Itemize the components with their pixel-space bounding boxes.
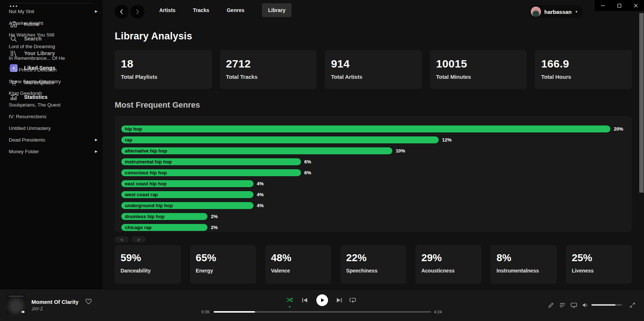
user-name: harbassan bbox=[544, 9, 572, 15]
audio-features-row: 59%Danceability65%Energy48%Valence22%Spe… bbox=[115, 245, 632, 284]
close-window-button[interactable] bbox=[628, 0, 644, 11]
player-bar: Moment Of Clarity JAY-Z 0:39 4:24 bbox=[0, 289, 644, 321]
feature-value: 22% bbox=[346, 252, 401, 264]
chevron-right-icon: ▶ bbox=[95, 150, 98, 153]
history-back-button[interactable] bbox=[115, 5, 129, 19]
sidebar-item-marketplace[interactable]: Marketplace bbox=[0, 75, 103, 90]
genre-row: west coast rap4% bbox=[121, 189, 626, 200]
stat-label: Total Tracks bbox=[226, 74, 311, 80]
stat-value: 2712 bbox=[226, 58, 311, 70]
genre-percent: 20% bbox=[614, 126, 623, 132]
maximize-window-button[interactable] bbox=[611, 0, 628, 11]
feature-card: 25%Liveness bbox=[566, 245, 632, 284]
queue-icon bbox=[559, 302, 565, 308]
tab-genres[interactable]: Genres bbox=[227, 7, 244, 13]
sidebar-item-statistics[interactable]: Statistics bbox=[0, 90, 103, 104]
repeat-button[interactable] bbox=[349, 297, 356, 305]
genre-row: rap12% bbox=[121, 134, 626, 145]
feature-card: 59%Danceability bbox=[115, 245, 181, 284]
feature-label: Valence bbox=[271, 268, 325, 274]
skip-back-icon bbox=[302, 298, 308, 303]
volume-button[interactable] bbox=[582, 302, 588, 309]
genres-prev-page-button[interactable]: < bbox=[115, 236, 129, 243]
sidebar-item-home[interactable]: Home bbox=[0, 17, 103, 31]
heart-icon: ♥ bbox=[10, 64, 18, 72]
stat-card: 166.9Total Hours bbox=[535, 50, 632, 89]
playlist-label: Untitled Unmastery bbox=[9, 125, 51, 131]
history-forward-button[interactable] bbox=[130, 5, 144, 19]
chevron-right-icon: ▶ bbox=[95, 138, 98, 142]
stat-label: Total Minutes bbox=[436, 74, 521, 80]
genre-percent: 4% bbox=[257, 181, 264, 186]
next-track-button[interactable] bbox=[336, 298, 342, 304]
tab-tracks[interactable]: Tracks bbox=[193, 7, 209, 13]
stats-icon bbox=[10, 93, 18, 101]
shuffle-icon bbox=[286, 297, 293, 304]
fullscreen-icon bbox=[630, 302, 635, 308]
feature-value: 8% bbox=[496, 252, 551, 264]
genre-percent: 4% bbox=[257, 203, 264, 208]
feature-card: 29%Acousticness bbox=[415, 245, 481, 284]
volume-fill bbox=[591, 304, 616, 306]
speaker-icon bbox=[582, 302, 588, 308]
caret-down-icon: ▼ bbox=[575, 10, 578, 13]
app-menu-icon[interactable] bbox=[10, 5, 17, 7]
genre-percent: 10% bbox=[396, 148, 405, 154]
sidebar-item-search[interactable]: Search bbox=[0, 31, 103, 46]
fullscreen-button[interactable] bbox=[630, 302, 635, 309]
stat-label: Total Artists bbox=[331, 74, 416, 80]
track-title[interactable]: Moment Of Clarity bbox=[31, 299, 79, 305]
like-track-button[interactable] bbox=[85, 298, 92, 306]
main-content: ArtistsTracksGenresLibrary harbassan ▼ L… bbox=[103, 0, 644, 289]
sidebar: HomeSearchYour Library♥Liked SongsMarket… bbox=[0, 0, 103, 289]
playlist-item[interactable]: Money Folder▶ bbox=[0, 146, 103, 157]
feature-value: 65% bbox=[196, 252, 250, 264]
playlist-item[interactable]: Untitled Unmastery bbox=[0, 122, 103, 134]
genre-row: underground hip hop4% bbox=[121, 200, 626, 211]
genre-label: alternative hip hop bbox=[125, 148, 167, 154]
scrollbar-thumb[interactable] bbox=[639, 13, 644, 193]
stat-card: 2712Total Tracks bbox=[220, 50, 317, 89]
connect-device-button[interactable] bbox=[571, 302, 577, 310]
stat-value: 914 bbox=[331, 58, 416, 70]
feature-value: 59% bbox=[121, 252, 175, 264]
genre-label: instrumental hip hop bbox=[125, 159, 172, 165]
tab-library[interactable]: Library bbox=[262, 3, 291, 17]
feature-value: 29% bbox=[421, 252, 476, 264]
playlist-item[interactable]: Dead Presidents▶ bbox=[0, 134, 103, 146]
device-icon bbox=[571, 302, 577, 308]
feature-label: Liveness bbox=[572, 268, 626, 274]
chevron-right-icon bbox=[134, 9, 140, 15]
minimize-window-button[interactable] bbox=[595, 0, 611, 11]
shuffle-button[interactable] bbox=[286, 297, 293, 305]
genre-bar: east coast hip hop bbox=[121, 180, 254, 187]
sidebar-item-your-library[interactable]: Your Library bbox=[0, 46, 103, 61]
genre-label: conscious hip hop bbox=[125, 170, 167, 175]
previous-track-button[interactable] bbox=[302, 298, 308, 304]
progress-bar[interactable] bbox=[214, 311, 431, 313]
genre-percent: 2% bbox=[211, 225, 218, 230]
genre-row: drumless hip hop2% bbox=[121, 211, 626, 222]
stats-tabs: ArtistsTracksGenresLibrary bbox=[159, 3, 291, 18]
genre-bar: alternative hip hop bbox=[121, 147, 392, 154]
tab-artists[interactable]: Artists bbox=[159, 7, 175, 13]
playlist-label: Not My Shit bbox=[9, 9, 34, 14]
playlist-item[interactable]: Not My Shit▶ bbox=[0, 5, 103, 17]
user-menu[interactable]: harbassan ▼ bbox=[529, 5, 583, 18]
playlist-item[interactable]: IV: Resurrections bbox=[0, 111, 103, 122]
genre-row: instrumental hip hop6% bbox=[121, 156, 626, 167]
genre-bar: chicago rap bbox=[121, 224, 207, 231]
lyrics-button[interactable] bbox=[548, 302, 554, 310]
genre-label: east coast hip hop bbox=[125, 181, 167, 186]
sidebar-item-liked-songs[interactable]: ♥Liked Songs bbox=[0, 61, 103, 75]
track-artist[interactable]: JAY-Z bbox=[31, 306, 43, 312]
album-art[interactable] bbox=[6, 294, 26, 315]
feature-label: Instrumentalness bbox=[496, 268, 551, 274]
genres-next-page-button[interactable]: > bbox=[132, 236, 146, 243]
pencil-icon bbox=[548, 302, 554, 308]
volume-slider[interactable] bbox=[591, 304, 622, 306]
genre-row: chicago rap2% bbox=[121, 222, 626, 233]
queue-button[interactable] bbox=[559, 302, 565, 310]
genre-bar: hip hop bbox=[121, 125, 610, 132]
play-button[interactable] bbox=[316, 294, 328, 306]
